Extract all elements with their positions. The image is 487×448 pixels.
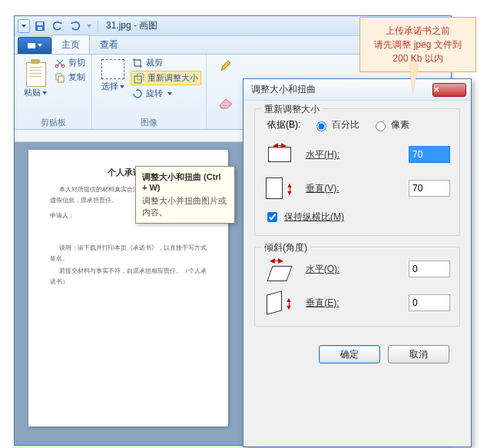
- radio-pixels[interactable]: 像素: [372, 118, 409, 131]
- horizontal-input[interactable]: [409, 146, 450, 163]
- resize-button[interactable]: 重新调整大小: [131, 71, 201, 85]
- select-icon: [101, 59, 124, 79]
- save-icon[interactable]: [31, 18, 48, 35]
- image-group-label: 图像: [97, 117, 201, 129]
- ok-button[interactable]: 确定: [319, 345, 380, 363]
- cancel-button[interactable]: 取消: [388, 345, 449, 363]
- skew-v-icon: [267, 290, 282, 314]
- horizontal-label: 水平(H):: [301, 148, 344, 161]
- svg-rect-6: [58, 76, 64, 82]
- eraser-icon: [217, 96, 235, 110]
- redo-icon[interactable]: [67, 18, 84, 35]
- skew-legend: 倾斜(角度): [261, 241, 310, 254]
- copy-button[interactable]: 复制: [53, 71, 87, 84]
- radio-percent[interactable]: 百分比: [313, 118, 359, 131]
- svg-rect-8: [137, 74, 144, 80]
- resize-tooltip: 调整大小和扭曲 (Ctrl + W) 调整大小并扭曲图片或内容。: [135, 166, 235, 224]
- qat-dropdown[interactable]: [18, 19, 30, 33]
- resize-dialog: 调整大小和扭曲 ✕ 重新调整大小 依据(B): 百分比 像素 水平(H): 垂直…: [243, 78, 472, 447]
- crop-button[interactable]: 裁剪: [131, 56, 201, 69]
- undo-icon[interactable]: [49, 18, 66, 35]
- skew-h-label: 水平(O):: [301, 263, 344, 276]
- select-button[interactable]: 选择: [97, 56, 129, 95]
- vert-arrow-icon: [286, 181, 293, 195]
- horiz-arrow-icon: [273, 141, 287, 149]
- vertical-label: 垂直(V):: [301, 182, 344, 195]
- tab-view[interactable]: 查看: [90, 35, 128, 54]
- window-title: 31.jpg - 画图: [106, 19, 157, 32]
- file-button[interactable]: [18, 37, 51, 54]
- image-group: 选择 裁剪 重新调整大小 旋转 图像: [92, 55, 207, 129]
- svg-rect-1: [37, 22, 43, 25]
- clipboard-group: 粘贴 剪切 复制 剪贴板: [15, 55, 92, 129]
- scissors-icon: [55, 58, 65, 68]
- qat-more[interactable]: [84, 18, 94, 35]
- svg-rect-2: [38, 27, 42, 30]
- resize-fieldset: 重新调整大小 依据(B): 百分比 像素 水平(H): 垂直(V): 保持纵横比…: [254, 108, 460, 236]
- rotate-icon: [132, 88, 143, 99]
- vertical-input[interactable]: [409, 180, 450, 197]
- pencil-icon[interactable]: [219, 59, 233, 73]
- skew-v-input[interactable]: [409, 294, 450, 311]
- rotate-button[interactable]: 旋转: [131, 87, 201, 100]
- skew-fieldset: 倾斜(角度) 水平(O): 垂直(E):: [254, 247, 460, 327]
- paste-button[interactable]: 粘贴: [19, 56, 51, 101]
- skew-v-label: 垂直(E):: [301, 297, 344, 310]
- clipboard-group-label: 剪贴板: [19, 117, 87, 129]
- skew-h-icon: [267, 266, 292, 281]
- tooltip-body: 调整大小并扭曲图片或内容。: [142, 195, 228, 218]
- tab-home[interactable]: 主页: [51, 35, 90, 54]
- crop-icon: [132, 58, 143, 68]
- skew-h-input[interactable]: [409, 261, 450, 277]
- keep-ratio-checkbox[interactable]: 保持纵横比(M): [264, 210, 450, 224]
- skew-h-arrow-icon: [270, 257, 283, 264]
- cut-button[interactable]: 剪切: [53, 56, 87, 69]
- skew-v-arrow-icon: [285, 296, 293, 310]
- dialog-titlebar[interactable]: 调整大小和扭曲 ✕: [244, 79, 471, 101]
- basis-label: 依据(B):: [267, 118, 300, 131]
- resize-icon: [134, 73, 144, 84]
- copy-icon: [55, 72, 65, 83]
- close-icon: ✕: [433, 85, 465, 94]
- vert-rect-icon: [266, 178, 283, 199]
- resize-legend: 重新调整大小: [261, 103, 323, 116]
- tools-partial-group: [207, 55, 245, 129]
- close-button[interactable]: ✕: [432, 83, 466, 97]
- eraser-button[interactable]: [214, 95, 237, 111]
- clipboard-icon: [25, 59, 46, 85]
- tooltip-title: 调整大小和扭曲 (Ctrl + W): [142, 171, 228, 192]
- horiz-rect-icon: [268, 147, 291, 162]
